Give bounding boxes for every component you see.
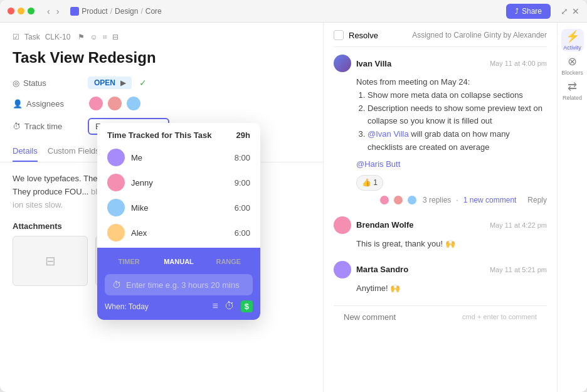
breadcrumb-design[interactable]: Design [115, 7, 138, 16]
mention-haris[interactable]: @Haris Butt [356, 159, 400, 169]
time-avatar-me [107, 149, 125, 166]
comment-ivan: Ivan Villa May 11 at 4:00 pm Notes from … [334, 55, 547, 206]
task-header: ☑ Task CLK-10 ⚑ ☺ ⌗ ⊟ Task View Redesign [0, 23, 323, 66]
avatar-brendan [334, 216, 351, 234]
task-type-label: Task [24, 33, 40, 41]
comment-header-marta: Marta Sandro May 11 at 5:21 pm [334, 261, 547, 278]
breadcrumb-core[interactable]: Core [145, 7, 162, 16]
status-label: ◎ Status [13, 78, 88, 88]
time-tab-manual[interactable]: MANUAL [154, 254, 203, 269]
dot-close [8, 8, 14, 14]
time-entry-input[interactable] [126, 280, 245, 290]
resolve-checkbox[interactable] [334, 30, 344, 40]
comment-input-area: cmd + enter to comment [334, 305, 547, 328]
share-button[interactable]: ⤴ Share [506, 4, 551, 19]
sidebar-btn-activity[interactable]: ⚡ Activity [561, 29, 584, 51]
task-id: CLK-10 [45, 33, 71, 41]
time-dropdown-header: Time Tracked for This Task 29h [97, 123, 260, 145]
clock-icon: ⏱ [13, 122, 21, 131]
assignees-row: 👤 Assignees [13, 95, 310, 112]
time-tab-range[interactable]: RANGE [204, 254, 253, 269]
share-label: Share [522, 7, 542, 16]
status-row: ◎ Status OPEN ▶ ✓ [13, 77, 310, 89]
avatar-2 [107, 95, 123, 112]
titlebar: ‹ › Product / Design / Core ⤴ Share ⤢ ✕ [0, 0, 587, 23]
time-when-label: When: Today [105, 302, 149, 311]
share-icon: ⤴ [515, 7, 519, 16]
tag-icon: ⌗ [103, 33, 107, 41]
comment-input[interactable] [344, 312, 462, 322]
breadcrumb: Product / Design / Core [70, 7, 161, 16]
left-panel: ☑ Task CLK-10 ⚑ ☺ ⌗ ⊟ Task View Redesign… [0, 23, 324, 392]
resolve-meta: Assigned to Caroline Ginty by Alexander [412, 31, 547, 40]
blockers-icon: ⊗ [568, 55, 577, 68]
tab-custom-fields[interactable]: Custom Fields [48, 141, 100, 162]
sidebar-btn-related[interactable]: ⇄ Related [561, 79, 584, 102]
window-dots [8, 8, 34, 14]
time-name-mike: Mike [131, 203, 228, 213]
replies-row-ivan: 3 replies · 1 new comment Reply [356, 194, 547, 206]
time-marta: May 11 at 5:21 pm [490, 266, 547, 273]
time-name-alex: Alex [131, 228, 228, 238]
assignees-icon: 👤 [13, 99, 23, 109]
tab-details[interactable]: Details [13, 141, 38, 162]
breadcrumb-product[interactable]: Product [82, 7, 107, 16]
flag-icon: ⚑ [78, 33, 85, 41]
resolve-label[interactable]: Resolve [349, 31, 378, 40]
task-type-icon: ☑ [13, 33, 19, 41]
attachment-1[interactable]: ⊟ [13, 236, 88, 286]
sidebar-btn-blockers[interactable]: ⊗ Blockers [561, 54, 584, 77]
reply-avatar-1 [379, 194, 390, 206]
back-button[interactable]: ‹ [45, 5, 53, 18]
avatar-marta [334, 261, 351, 278]
task-meta: ☑ Task CLK-10 ⚑ ☺ ⌗ ⊟ [13, 33, 310, 41]
comment-header-ivan: Ivan Villa May 11 at 4:00 pm [334, 55, 547, 72]
time-ivan: May 11 at 4:00 pm [490, 60, 547, 67]
time-dropdown-total: 29h [236, 130, 250, 140]
text-marta: Anytime! 🙌 [356, 282, 547, 295]
reply-avatar-3 [406, 194, 418, 206]
task-title: Task View Redesign [13, 49, 310, 66]
breadcrumb-sep-1: / [110, 7, 112, 16]
assignees-list[interactable] [88, 95, 142, 112]
forward-button[interactable]: › [54, 5, 62, 18]
new-comment-link[interactable]: 1 new comment [463, 194, 517, 206]
time-footer-icons: ≡ ⏱ $ [212, 300, 253, 312]
author-brendan: Brendan Wolfe [356, 220, 414, 230]
right-panel: Resolve Assigned to Caroline Ginty by Al… [324, 23, 587, 392]
clock-footer-icon[interactable]: ⏱ [225, 300, 235, 312]
status-label-icon: ◎ [13, 78, 19, 88]
dollar-button[interactable]: $ [241, 300, 253, 312]
time-input-row: ⏱ [112, 280, 245, 290]
time-time-me: 8:00 [235, 153, 250, 162]
reaction-thumbs[interactable]: 👍 1 [356, 175, 383, 191]
replies-count[interactable]: 3 replies [423, 194, 451, 206]
author-ivan: Ivan Villa [356, 59, 391, 68]
reply-btn-ivan[interactable]: Reply [527, 194, 547, 206]
text-brendan: This is great, thank you! 🙌 [356, 238, 547, 251]
fullscreen-button[interactable]: ⤢ [561, 6, 568, 16]
comment-header-brendan: Brendan Wolfe May 11 at 4:22 pm [334, 216, 547, 234]
comment-hint: cmd + enter to comment [462, 313, 537, 320]
time-dropdown-title: Time Tracked for This Task [107, 130, 211, 140]
intro-ivan: Notes from meeting on May 24: [356, 76, 547, 89]
blockers-icon-label: Blockers [561, 70, 583, 76]
time-user-jenny: Jenny 9:00 [97, 170, 260, 195]
body-brendan: This is great, thank you! 🙌 [334, 238, 547, 251]
time-time-alex: 6:00 [235, 228, 250, 238]
image-icon: ⊟ [112, 33, 119, 41]
avatar-1 [88, 95, 104, 112]
item-1: Show more meta data on collapse sections [368, 89, 547, 102]
author-marta: Marta Sandro [356, 265, 408, 274]
time-tab-timer[interactable]: TIMER [105, 254, 153, 269]
close-window-button[interactable]: ✕ [572, 6, 579, 16]
item-3: @Ivan Villa will grab data on how many c… [368, 128, 547, 154]
related-icon-label: Related [563, 95, 582, 101]
list-icon[interactable]: ≡ [212, 300, 218, 312]
item-2: Description needs to show some preview t… [368, 102, 547, 129]
mention-ivan[interactable]: @Ivan Villa [368, 129, 409, 139]
time-brendan: May 11 at 4:22 pm [490, 221, 547, 229]
time-avatar-jenny [107, 174, 125, 191]
status-badge[interactable]: OPEN ▶ [88, 77, 132, 89]
nav-arrows: ‹ › [45, 5, 61, 18]
